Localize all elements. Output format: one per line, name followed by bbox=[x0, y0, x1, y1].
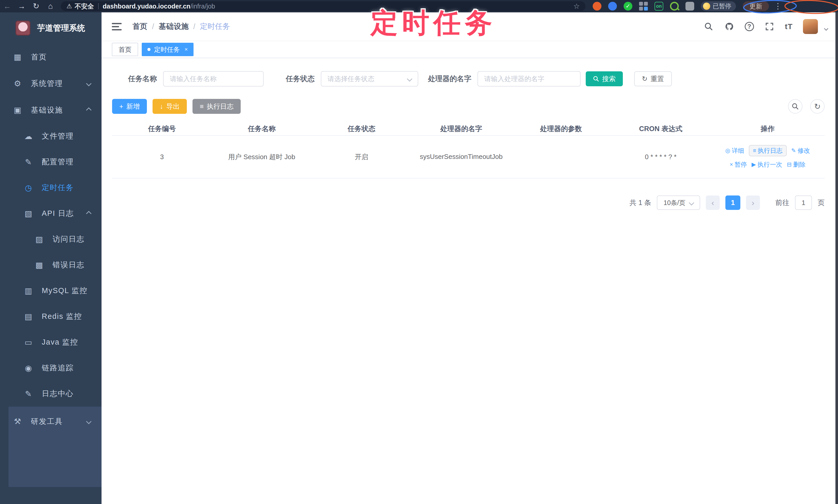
sidebar-item-log-center[interactable]: ✎ 日志中心 bbox=[0, 381, 102, 407]
sidebar-item-devtools[interactable]: ⚒ 研发工具 bbox=[8, 408, 102, 435]
sidebar-item-system[interactable]: ⚙ 系统管理 bbox=[0, 70, 102, 97]
sidebar-item-label: Java 监控 bbox=[42, 337, 78, 347]
handler-name-input[interactable] bbox=[477, 71, 580, 87]
access-log-icon: ▨ bbox=[34, 235, 45, 244]
table-row[interactable]: 3 用户 Session 超时 Job 开启 sysUserSessionTim… bbox=[112, 136, 825, 178]
sidebar-item-label: MySQL 监控 bbox=[42, 286, 88, 296]
refresh-table-button[interactable]: ↻ bbox=[810, 99, 825, 113]
not-secure-label[interactable]: 不安全 bbox=[75, 2, 94, 11]
address-bar[interactable]: ⚠ 不安全 dashboard.yudao.iocoder.cn /infra/… bbox=[61, 1, 586, 11]
app-title: 芋道管理系统 bbox=[37, 23, 85, 34]
sidebar-item-label: 错误日志 bbox=[53, 260, 85, 270]
breadcrumb: 首页 / 基础设施 / 定时任务 bbox=[133, 21, 230, 32]
add-button[interactable]: + 新增 bbox=[112, 99, 147, 114]
col-cron: CRON 表达式 bbox=[611, 122, 711, 136]
sidebar-devtools-block: ⚒ 研发工具 bbox=[8, 407, 102, 487]
sidebar-item-config-manage[interactable]: ✎ 配置管理 bbox=[0, 149, 102, 175]
sidebar-collapse-icon[interactable] bbox=[112, 23, 122, 30]
extension-blue-icon[interactable] bbox=[608, 2, 617, 11]
cell-handler-name: sysUserSessionTimeoutJob bbox=[411, 136, 511, 178]
page-content: 任务名称 任务状态 请选择任务状态 处理器的名字 搜索 ↻ 重置 bbox=[102, 58, 838, 210]
add-button-label: 新增 bbox=[126, 102, 140, 111]
sidebar-item-label: 定时任务 bbox=[42, 183, 74, 193]
extension-puzzle-icon[interactable] bbox=[685, 2, 694, 11]
extension-on-badge-icon[interactable]: on bbox=[654, 2, 663, 11]
github-icon[interactable] bbox=[724, 21, 734, 32]
browser-home-icon[interactable]: ⌂ bbox=[43, 0, 58, 12]
sidebar-item-home[interactable]: ▦ 首页 bbox=[0, 44, 102, 70]
current-page-button[interactable]: 1 bbox=[726, 196, 740, 210]
app-logo-row[interactable]: 芋道管理系统 bbox=[0, 12, 102, 44]
mysql-icon: ▥ bbox=[23, 286, 34, 296]
breadcrumb-current: 定时任务 bbox=[200, 21, 230, 32]
cell-cron: 0 * * * * ? * bbox=[611, 136, 711, 178]
cell-job-name: 用户 Session 超时 Job bbox=[212, 136, 312, 178]
pause-link[interactable]: ×暂停 bbox=[730, 160, 747, 169]
prev-page-button[interactable]: ‹ bbox=[706, 196, 720, 210]
bookmark-star-icon[interactable]: ☆ bbox=[573, 2, 580, 11]
goto-page-input[interactable] bbox=[795, 196, 812, 210]
sidebar-item-access-log[interactable]: ▨ 访问日志 bbox=[0, 227, 102, 252]
sidebar-item-scheduled-jobs[interactable]: ◷ 定时任务 bbox=[0, 175, 102, 201]
close-icon[interactable]: × bbox=[185, 46, 188, 53]
goto-label: 前往 bbox=[775, 198, 789, 207]
page-size-select[interactable]: 10条/页 bbox=[657, 196, 700, 210]
extension-orange-icon[interactable] bbox=[593, 2, 601, 11]
redis-icon: ▤ bbox=[23, 312, 34, 321]
avatar-caret-icon[interactable] bbox=[824, 26, 828, 31]
browser-reload-icon[interactable]: ↻ bbox=[29, 0, 43, 12]
list-icon: ≡ bbox=[753, 147, 756, 154]
tab-scheduled-jobs[interactable]: 定时任务 × bbox=[142, 43, 193, 56]
job-name-input[interactable] bbox=[163, 71, 264, 87]
run-once-link[interactable]: ▶执行一次 bbox=[752, 160, 782, 169]
delete-link[interactable]: ⊟删除 bbox=[787, 160, 805, 169]
sidebar-item-infra[interactable]: ▣ 基础设施 bbox=[0, 97, 102, 123]
clock-icon: ◷ bbox=[23, 183, 34, 193]
java-icon: ▭ bbox=[23, 338, 34, 347]
row-execution-log-link[interactable]: ≡执行日志 bbox=[749, 145, 787, 156]
reset-button[interactable]: ↻ 重置 bbox=[634, 71, 672, 86]
browser-menu-icon[interactable]: ⋮ bbox=[774, 0, 782, 12]
extension-magnifier-icon[interactable] bbox=[670, 2, 679, 11]
font-size-icon[interactable]: tT bbox=[785, 22, 793, 31]
refresh-icon: ↻ bbox=[642, 75, 648, 83]
profile-paused-badge[interactable]: 已暂停 bbox=[701, 1, 736, 11]
tab-label: 定时任务 bbox=[154, 45, 180, 54]
breadcrumb-infra[interactable]: 基础设施 bbox=[159, 21, 189, 32]
sidebar-item-label: 研发工具 bbox=[31, 416, 63, 427]
job-status-select[interactable]: 请选择任务状态 bbox=[321, 71, 418, 87]
browser-update-button[interactable]: 更新 bbox=[743, 1, 769, 11]
sidebar-item-java-monitor[interactable]: ▭ Java 监控 bbox=[0, 329, 102, 355]
detail-link[interactable]: ◎详细 bbox=[726, 146, 744, 155]
browser-forward-icon[interactable]: → bbox=[14, 0, 29, 12]
next-page-button[interactable]: › bbox=[746, 196, 760, 210]
browser-back-icon[interactable]: ← bbox=[0, 0, 14, 12]
tab-home[interactable]: 首页 bbox=[112, 43, 138, 56]
modify-link[interactable]: ✎修改 bbox=[791, 146, 810, 155]
execution-log-button[interactable]: ≡ 执行日志 bbox=[192, 99, 241, 114]
fullscreen-icon[interactable] bbox=[764, 21, 774, 32]
sidebar-item-file-manage[interactable]: ☁ 文件管理 bbox=[0, 123, 102, 149]
error-log-icon: ▩ bbox=[34, 260, 45, 270]
sidebar-item-api-log[interactable]: ▧ API 日志 bbox=[0, 201, 102, 227]
sidebar-item-tracing[interactable]: ◉ 链路追踪 bbox=[0, 355, 102, 381]
search-icon[interactable] bbox=[703, 21, 714, 32]
toggle-search-button[interactable] bbox=[788, 99, 802, 113]
search-button[interactable]: 搜索 bbox=[586, 71, 623, 86]
help-icon[interactable]: ? bbox=[745, 22, 754, 31]
job-status-label: 任务状态 bbox=[286, 74, 315, 84]
sidebar-item-redis-monitor[interactable]: ▤ Redis 监控 bbox=[0, 304, 102, 329]
table-header-row: 任务编号 任务名称 任务状态 处理器的名字 处理器的参数 CRON 表达式 操作 bbox=[112, 122, 825, 136]
extension-check-icon[interactable]: ✓ bbox=[624, 2, 632, 11]
sidebar-item-mysql-monitor[interactable]: ▥ MySQL 监控 bbox=[0, 278, 102, 304]
extension-grid-icon[interactable] bbox=[639, 2, 648, 11]
log-center-icon: ✎ bbox=[23, 389, 34, 399]
plus-icon: + bbox=[119, 103, 123, 110]
col-handler-name: 处理器的名字 bbox=[411, 122, 511, 136]
export-button[interactable]: ↓ 导出 bbox=[153, 99, 187, 114]
sidebar-item-error-log[interactable]: ▩ 错误日志 bbox=[0, 252, 102, 278]
breadcrumb-home[interactable]: 首页 bbox=[133, 21, 147, 32]
user-avatar[interactable] bbox=[803, 19, 818, 34]
page-scrollbar[interactable] bbox=[835, 12, 838, 504]
download-icon: ↓ bbox=[160, 103, 163, 110]
